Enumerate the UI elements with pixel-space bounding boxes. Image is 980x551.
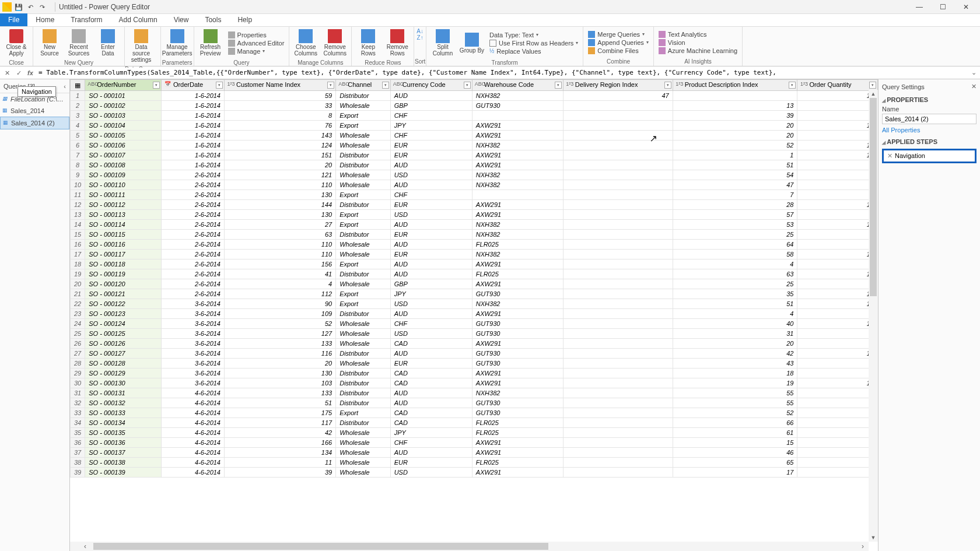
cell[interactable]: Export	[336, 289, 390, 299]
cell[interactable]: SO - 000114	[85, 220, 162, 230]
table-row[interactable]: 34SO - 0001344-6-2014117DistributorCADFL…	[71, 418, 878, 428]
redo-icon[interactable]: ↷	[37, 2, 47, 12]
cell[interactable]: 6	[797, 398, 878, 408]
cell[interactable]: 14	[797, 319, 878, 329]
cell[interactable]: 20	[673, 131, 797, 141]
data-source-settings-button[interactable]: Data source settings	[127, 28, 155, 64]
cell[interactable]: 52	[673, 408, 797, 418]
table-row[interactable]: 16SO - 0001162-6-2014110WholesaleAUDFLR0…	[71, 240, 878, 250]
cell[interactable]	[563, 269, 673, 279]
cell[interactable]: Distributor	[336, 91, 390, 101]
cell[interactable]: FLR025	[472, 240, 563, 250]
cell[interactable]: Wholesale	[336, 141, 390, 150]
cell[interactable]: EUR	[390, 458, 472, 468]
cell[interactable]: Export	[336, 190, 390, 200]
cell[interactable]: Distributor	[336, 388, 390, 398]
cell[interactable]: 25	[673, 230, 797, 240]
cell[interactable]: Wholesale	[336, 329, 390, 339]
type-icon[interactable]: 1²3	[227, 81, 235, 89]
cell[interactable]: 28	[673, 200, 797, 210]
table-row[interactable]: 25SO - 0001253-6-2014127WholesaleUSDGUT9…	[71, 329, 878, 339]
cell[interactable]: 12	[797, 220, 878, 230]
sort-desc-button[interactable]: Z↑	[417, 34, 424, 41]
cell[interactable]: GBP	[390, 279, 472, 289]
azure-ml-button[interactable]: Azure Machine Learning	[656, 47, 740, 55]
cell[interactable]: Wholesale	[336, 448, 390, 458]
cell[interactable]: 4	[797, 468, 878, 478]
cell[interactable]: CAD	[390, 368, 472, 378]
cell[interactable]: 27	[225, 220, 336, 230]
query-name-input[interactable]	[882, 114, 977, 124]
cell[interactable]: JPY	[390, 121, 472, 131]
cell[interactable]: Distributor	[336, 368, 390, 378]
row-number[interactable]: 7	[71, 150, 85, 160]
cell[interactable]: 3-6-2014	[161, 378, 224, 388]
cell[interactable]: SO - 000119	[85, 269, 162, 279]
cell[interactable]: SO - 000120	[85, 279, 162, 289]
cell[interactable]: CAD	[390, 339, 472, 349]
cell[interactable]: 20	[225, 160, 336, 170]
cell[interactable]: 9	[797, 438, 878, 448]
cell[interactable]: AXW291	[472, 368, 563, 378]
cell[interactable]	[673, 91, 797, 101]
cell[interactable]	[563, 438, 673, 448]
cell[interactable]: 144	[225, 200, 336, 210]
cell[interactable]: AUD	[390, 160, 472, 170]
cell[interactable]: 12	[797, 378, 878, 388]
cell[interactable]: 7	[673, 190, 797, 200]
cell[interactable]: 15	[797, 289, 878, 299]
row-number[interactable]: 23	[71, 309, 85, 319]
cell[interactable]: 15	[797, 250, 878, 259]
cell[interactable]: 3-6-2014	[161, 339, 224, 349]
remove-columns-button[interactable]: Remove Columns	[321, 28, 349, 58]
cell[interactable]: SO - 000139	[85, 468, 162, 478]
cell[interactable]: 3-6-2014	[161, 299, 224, 309]
row-number[interactable]: 4	[71, 121, 85, 131]
cell[interactable]: 4	[225, 279, 336, 289]
cell[interactable]	[563, 259, 673, 269]
cell[interactable]: SO - 000110	[85, 180, 162, 190]
column-header[interactable]: 1²3Customer Name Index▾	[225, 80, 336, 91]
horizontal-scrollbar[interactable]: ‹ ›	[70, 542, 869, 551]
cell[interactable]: GUT930	[472, 329, 563, 339]
cell[interactable]: Export	[336, 299, 390, 309]
cell[interactable]: 13	[673, 101, 797, 111]
manage-parameters-button[interactable]: Manage Parameters	[163, 28, 191, 58]
cell[interactable]: 2-6-2014	[161, 210, 224, 220]
cell[interactable]: AXW291	[472, 121, 563, 131]
step-navigation[interactable]: ✕Navigation	[882, 149, 977, 163]
cell[interactable]	[563, 388, 673, 398]
append-queries-button[interactable]: Append Queries ▾	[586, 38, 651, 47]
cell[interactable]: NXH382	[472, 141, 563, 150]
cell[interactable]: 4	[797, 448, 878, 458]
column-header[interactable]: ABCWarehouse Code▾	[472, 80, 563, 91]
tab-add-column[interactable]: Add Column	[111, 13, 166, 26]
cell[interactable]: 35	[673, 289, 797, 299]
table-row[interactable]: 27SO - 0001273-6-2014116DistributorAUDGU…	[71, 349, 878, 359]
cell[interactable]: Export	[336, 259, 390, 269]
cell[interactable]	[563, 418, 673, 428]
cell[interactable]: Wholesale	[336, 180, 390, 190]
cell[interactable]: 127	[225, 329, 336, 339]
cell[interactable]: USD	[390, 299, 472, 309]
cell[interactable]: Wholesale	[336, 101, 390, 111]
cell[interactable]: GUT930	[472, 101, 563, 111]
row-number[interactable]: 12	[71, 200, 85, 210]
cell[interactable]: 4-6-2014	[161, 418, 224, 428]
type-icon[interactable]: 📅	[164, 81, 172, 89]
cell[interactable]: 1	[673, 150, 797, 160]
table-row[interactable]: 21SO - 0001212-6-2014112ExportJPYGUT9303…	[71, 289, 878, 299]
cell[interactable]: SO - 000111	[85, 190, 162, 200]
cell[interactable]	[472, 111, 563, 121]
cell[interactable]: NXH382	[472, 170, 563, 180]
filter-icon[interactable]: ▾	[327, 82, 334, 89]
collapse-icon[interactable]: ‹	[64, 83, 66, 90]
cell[interactable]: SO - 000108	[85, 160, 162, 170]
cell[interactable]: SO - 000107	[85, 150, 162, 160]
sort-asc-button[interactable]: A↓	[416, 28, 424, 34]
refresh-preview-button[interactable]: Refresh Preview	[197, 28, 225, 58]
cell[interactable]: 2-6-2014	[161, 230, 224, 240]
cell[interactable]: Wholesale	[336, 250, 390, 259]
cell[interactable]: 3-6-2014	[161, 329, 224, 339]
cell[interactable]: Wholesale	[336, 170, 390, 180]
